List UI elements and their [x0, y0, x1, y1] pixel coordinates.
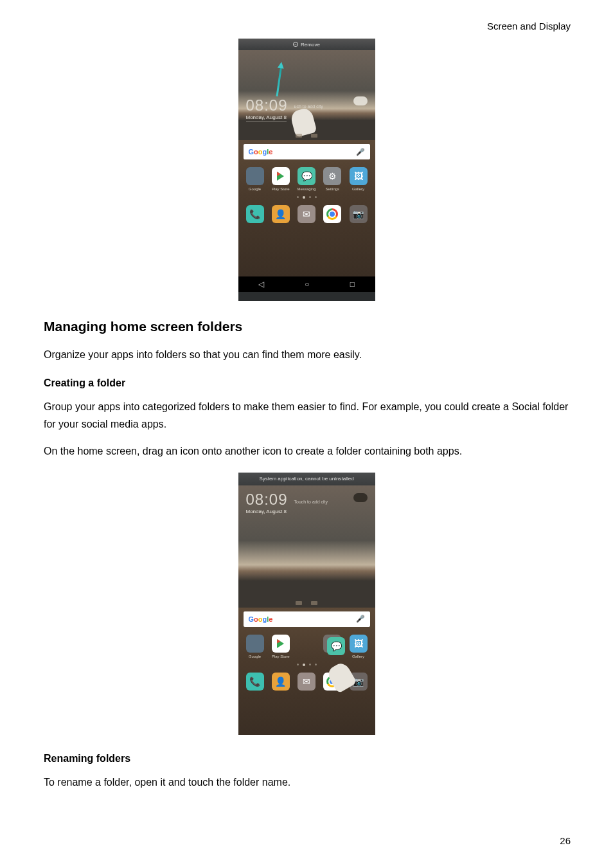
google-search-bar[interactable]: Google 🎤	[244, 144, 370, 159]
google-search-bar[interactable]: Google 🎤	[244, 611, 370, 627]
home-lower: Google 🎤 Google Play Store 💬⚙ 🖼Gallery 📞…	[238, 608, 375, 735]
page-indicator	[244, 664, 370, 666]
page-number: 26	[560, 835, 571, 846]
mic-icon[interactable]: 🎤	[356, 148, 365, 156]
dock-mail[interactable]: ✉	[295, 673, 318, 691]
heading-renaming-folders: Renaming folders	[44, 753, 569, 764]
nav-recent-icon[interactable]: □	[350, 280, 355, 289]
dock-chrome[interactable]	[321, 205, 344, 223]
dock-phone[interactable]: 📞	[244, 205, 267, 223]
phone-screenshot-create-folder: System application, cannot be uninstalle…	[238, 473, 375, 735]
renaming-folders-p: To rename a folder, open it and touch th…	[44, 773, 569, 791]
clock-widget-date: Monday, August 8	[246, 509, 287, 515]
app-empty	[295, 635, 318, 658]
app-google-folder[interactable]: Google	[244, 167, 267, 191]
app-google-folder[interactable]: Google	[244, 635, 267, 658]
page-content: − Remove 08:09 uch to add city Monday, A…	[0, 0, 613, 791]
app-messaging[interactable]: 💬Messaging	[295, 167, 318, 191]
widget-thumbnails	[238, 134, 375, 138]
remove-minus-icon: −	[293, 42, 298, 47]
app-row: Google Play Store 💬⚙ 🖼Gallery	[244, 635, 370, 658]
nav-back-icon[interactable]: ◁	[258, 280, 264, 289]
phone-screenshot-remove-widget: − Remove 08:09 uch to add city Monday, A…	[238, 39, 375, 301]
nav-home-icon[interactable]: ○	[305, 280, 309, 289]
weather-cloud-icon	[353, 493, 368, 502]
mic-icon[interactable]: 🎤	[356, 615, 365, 623]
app-play-store[interactable]: Play Store	[269, 167, 292, 191]
google-logo: Google	[249, 615, 273, 623]
dock: 📞 👤 ✉ 📷	[244, 205, 370, 223]
app-dragged-messaging[interactable]: 💬⚙	[321, 635, 344, 658]
app-play-store[interactable]: Play Store	[269, 635, 292, 658]
creating-folder-p2: On the home screen, drag an icon onto an…	[44, 442, 569, 460]
creating-folder-p1: Group your apps into categorized folders…	[44, 398, 569, 433]
dock-contacts[interactable]: 👤	[269, 205, 292, 223]
widget-thumbnails	[238, 601, 375, 605]
section-header: Screen and Display	[487, 21, 571, 32]
dock-contacts[interactable]: 👤	[269, 673, 292, 691]
remove-label: Remove	[301, 42, 320, 48]
clock-add-city-hint: Touch to add city	[294, 500, 328, 504]
weather-cloud-icon	[353, 96, 368, 105]
uninstall-toast: System application, cannot be uninstalle…	[238, 473, 375, 485]
page-indicator	[244, 196, 370, 199]
android-navbar: ◁ ○ □	[238, 276, 375, 292]
home-lower: Google 🎤 Google Play Store 💬Messaging ⚙S…	[238, 140, 375, 276]
intro-paragraph: Organize your apps into folders so that …	[44, 346, 569, 363]
remove-bar: − Remove	[238, 39, 375, 50]
wallpaper-area: 08:09 Touch to add city Monday, August 8	[238, 485, 375, 608]
clock-add-city-hint: uch to add city	[294, 104, 323, 109]
touch-hand-icon	[289, 107, 317, 137]
app-gallery[interactable]: 🖼Gallery	[347, 635, 370, 658]
heading-managing-folders: Managing home screen folders	[44, 319, 569, 334]
clock-widget-time: 08:09	[246, 491, 288, 509]
app-settings[interactable]: ⚙Settings	[321, 167, 344, 191]
app-row: Google Play Store 💬Messaging ⚙Settings 🖼…	[244, 167, 370, 191]
dock-phone[interactable]: 📞	[244, 673, 267, 691]
drag-arrow-icon	[276, 64, 282, 96]
google-logo: Google	[249, 148, 273, 156]
dock-camera[interactable]: 📷	[347, 205, 370, 223]
clock-widget-time: 08:09	[246, 96, 288, 114]
app-gallery[interactable]: 🖼Gallery	[347, 167, 370, 191]
dock-mail[interactable]: ✉	[295, 205, 318, 223]
wallpaper-area: 08:09 uch to add city Monday, August 8	[238, 50, 375, 140]
clock-widget-date: Monday, August 8	[246, 114, 287, 122]
heading-creating-folder: Creating a folder	[44, 377, 569, 389]
